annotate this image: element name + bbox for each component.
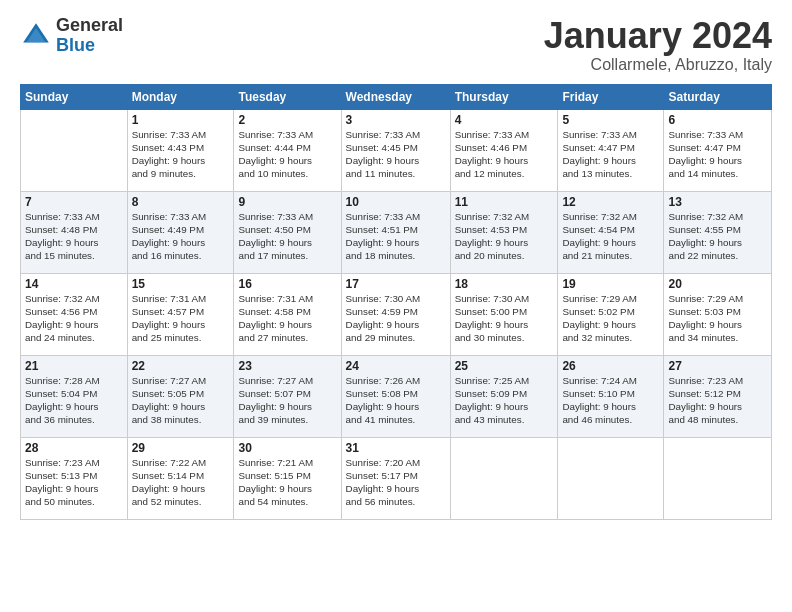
table-row: 25Sunrise: 7:25 AM Sunset: 5:09 PM Dayli… <box>450 355 558 437</box>
table-row: 12Sunrise: 7:32 AM Sunset: 4:54 PM Dayli… <box>558 191 664 273</box>
day-number: 10 <box>346 195 446 209</box>
header-monday: Monday <box>127 84 234 109</box>
day-number: 15 <box>132 277 230 291</box>
table-row: 16Sunrise: 7:31 AM Sunset: 4:58 PM Dayli… <box>234 273 341 355</box>
day-info: Sunrise: 7:22 AM Sunset: 5:14 PM Dayligh… <box>132 456 230 509</box>
day-info: Sunrise: 7:32 AM Sunset: 4:56 PM Dayligh… <box>25 292 123 345</box>
title-block: January 2024 Collarmele, Abruzzo, Italy <box>544 16 772 74</box>
day-info: Sunrise: 7:26 AM Sunset: 5:08 PM Dayligh… <box>346 374 446 427</box>
day-number: 3 <box>346 113 446 127</box>
logo-icon <box>20 20 52 52</box>
page: General Blue January 2024 Collarmele, Ab… <box>0 0 792 612</box>
day-number: 21 <box>25 359 123 373</box>
day-info: Sunrise: 7:27 AM Sunset: 5:05 PM Dayligh… <box>132 374 230 427</box>
day-info: Sunrise: 7:33 AM Sunset: 4:50 PM Dayligh… <box>238 210 336 263</box>
day-number: 6 <box>668 113 767 127</box>
table-row: 7Sunrise: 7:33 AM Sunset: 4:48 PM Daylig… <box>21 191 128 273</box>
header-sunday: Sunday <box>21 84 128 109</box>
table-row: 2Sunrise: 7:33 AM Sunset: 4:44 PM Daylig… <box>234 109 341 191</box>
table-row: 29Sunrise: 7:22 AM Sunset: 5:14 PM Dayli… <box>127 437 234 519</box>
table-row: 11Sunrise: 7:32 AM Sunset: 4:53 PM Dayli… <box>450 191 558 273</box>
day-info: Sunrise: 7:33 AM Sunset: 4:48 PM Dayligh… <box>25 210 123 263</box>
day-number: 8 <box>132 195 230 209</box>
table-row: 9Sunrise: 7:33 AM Sunset: 4:50 PM Daylig… <box>234 191 341 273</box>
day-info: Sunrise: 7:23 AM Sunset: 5:12 PM Dayligh… <box>668 374 767 427</box>
day-info: Sunrise: 7:30 AM Sunset: 5:00 PM Dayligh… <box>455 292 554 345</box>
day-info: Sunrise: 7:33 AM Sunset: 4:44 PM Dayligh… <box>238 128 336 181</box>
location-subtitle: Collarmele, Abruzzo, Italy <box>544 56 772 74</box>
table-row: 24Sunrise: 7:26 AM Sunset: 5:08 PM Dayli… <box>341 355 450 437</box>
table-row: 21Sunrise: 7:28 AM Sunset: 5:04 PM Dayli… <box>21 355 128 437</box>
table-row: 17Sunrise: 7:30 AM Sunset: 4:59 PM Dayli… <box>341 273 450 355</box>
day-number: 4 <box>455 113 554 127</box>
table-row: 1Sunrise: 7:33 AM Sunset: 4:43 PM Daylig… <box>127 109 234 191</box>
day-info: Sunrise: 7:29 AM Sunset: 5:03 PM Dayligh… <box>668 292 767 345</box>
table-row: 27Sunrise: 7:23 AM Sunset: 5:12 PM Dayli… <box>664 355 772 437</box>
day-info: Sunrise: 7:21 AM Sunset: 5:15 PM Dayligh… <box>238 456 336 509</box>
day-number: 24 <box>346 359 446 373</box>
day-info: Sunrise: 7:33 AM Sunset: 4:51 PM Dayligh… <box>346 210 446 263</box>
day-number: 30 <box>238 441 336 455</box>
day-number: 5 <box>562 113 659 127</box>
day-info: Sunrise: 7:33 AM Sunset: 4:47 PM Dayligh… <box>668 128 767 181</box>
calendar-week-row: 7Sunrise: 7:33 AM Sunset: 4:48 PM Daylig… <box>21 191 772 273</box>
table-row: 19Sunrise: 7:29 AM Sunset: 5:02 PM Dayli… <box>558 273 664 355</box>
month-title: January 2024 <box>544 16 772 56</box>
header-thursday: Thursday <box>450 84 558 109</box>
day-number: 23 <box>238 359 336 373</box>
day-info: Sunrise: 7:33 AM Sunset: 4:43 PM Dayligh… <box>132 128 230 181</box>
header: General Blue January 2024 Collarmele, Ab… <box>20 16 772 74</box>
day-number: 16 <box>238 277 336 291</box>
day-number: 27 <box>668 359 767 373</box>
calendar-header-row: Sunday Monday Tuesday Wednesday Thursday… <box>21 84 772 109</box>
table-row: 28Sunrise: 7:23 AM Sunset: 5:13 PM Dayli… <box>21 437 128 519</box>
table-row: 15Sunrise: 7:31 AM Sunset: 4:57 PM Dayli… <box>127 273 234 355</box>
day-info: Sunrise: 7:30 AM Sunset: 4:59 PM Dayligh… <box>346 292 446 345</box>
header-tuesday: Tuesday <box>234 84 341 109</box>
logo-general-label: General <box>56 16 123 36</box>
day-number: 7 <box>25 195 123 209</box>
table-row: 30Sunrise: 7:21 AM Sunset: 5:15 PM Dayli… <box>234 437 341 519</box>
day-number: 2 <box>238 113 336 127</box>
day-info: Sunrise: 7:20 AM Sunset: 5:17 PM Dayligh… <box>346 456 446 509</box>
day-info: Sunrise: 7:23 AM Sunset: 5:13 PM Dayligh… <box>25 456 123 509</box>
day-number: 9 <box>238 195 336 209</box>
calendar-week-row: 1Sunrise: 7:33 AM Sunset: 4:43 PM Daylig… <box>21 109 772 191</box>
table-row: 22Sunrise: 7:27 AM Sunset: 5:05 PM Dayli… <box>127 355 234 437</box>
day-number: 13 <box>668 195 767 209</box>
table-row: 20Sunrise: 7:29 AM Sunset: 5:03 PM Dayli… <box>664 273 772 355</box>
day-number: 31 <box>346 441 446 455</box>
day-info: Sunrise: 7:32 AM Sunset: 4:55 PM Dayligh… <box>668 210 767 263</box>
header-wednesday: Wednesday <box>341 84 450 109</box>
table-row <box>450 437 558 519</box>
day-number: 17 <box>346 277 446 291</box>
day-number: 22 <box>132 359 230 373</box>
day-info: Sunrise: 7:31 AM Sunset: 4:57 PM Dayligh… <box>132 292 230 345</box>
logo: General Blue <box>20 16 123 56</box>
logo-text: General Blue <box>56 16 123 56</box>
table-row: 10Sunrise: 7:33 AM Sunset: 4:51 PM Dayli… <box>341 191 450 273</box>
calendar-week-row: 21Sunrise: 7:28 AM Sunset: 5:04 PM Dayli… <box>21 355 772 437</box>
day-number: 29 <box>132 441 230 455</box>
table-row: 13Sunrise: 7:32 AM Sunset: 4:55 PM Dayli… <box>664 191 772 273</box>
table-row <box>21 109 128 191</box>
table-row: 5Sunrise: 7:33 AM Sunset: 4:47 PM Daylig… <box>558 109 664 191</box>
day-number: 19 <box>562 277 659 291</box>
day-number: 20 <box>668 277 767 291</box>
day-number: 11 <box>455 195 554 209</box>
day-info: Sunrise: 7:33 AM Sunset: 4:47 PM Dayligh… <box>562 128 659 181</box>
table-row <box>664 437 772 519</box>
day-number: 1 <box>132 113 230 127</box>
table-row: 23Sunrise: 7:27 AM Sunset: 5:07 PM Dayli… <box>234 355 341 437</box>
calendar-week-row: 14Sunrise: 7:32 AM Sunset: 4:56 PM Dayli… <box>21 273 772 355</box>
header-friday: Friday <box>558 84 664 109</box>
table-row: 26Sunrise: 7:24 AM Sunset: 5:10 PM Dayli… <box>558 355 664 437</box>
day-number: 12 <box>562 195 659 209</box>
day-info: Sunrise: 7:31 AM Sunset: 4:58 PM Dayligh… <box>238 292 336 345</box>
day-info: Sunrise: 7:28 AM Sunset: 5:04 PM Dayligh… <box>25 374 123 427</box>
day-number: 18 <box>455 277 554 291</box>
day-info: Sunrise: 7:27 AM Sunset: 5:07 PM Dayligh… <box>238 374 336 427</box>
table-row: 18Sunrise: 7:30 AM Sunset: 5:00 PM Dayli… <box>450 273 558 355</box>
day-info: Sunrise: 7:29 AM Sunset: 5:02 PM Dayligh… <box>562 292 659 345</box>
day-number: 25 <box>455 359 554 373</box>
